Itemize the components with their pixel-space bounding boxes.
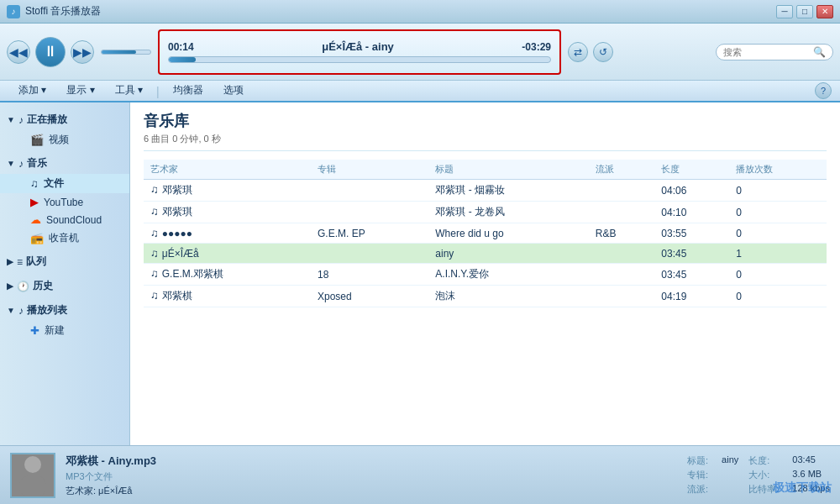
sidebar-label-radio: 收音机	[49, 231, 79, 245]
sidebar-header-music[interactable]: ▼ ♪ 音乐	[0, 153, 129, 174]
sidebar-item-youtube[interactable]: ▶ YouTube	[0, 193, 129, 211]
sidebar-item-files[interactable]: ♫ 文件	[0, 174, 129, 193]
length-value: 03:45	[792, 454, 830, 467]
close-button[interactable]: ✕	[816, 5, 833, 18]
sidebar-header-queue[interactable]: ▶ ≡ 队列	[0, 251, 129, 272]
cell-length: 04:10	[654, 202, 729, 223]
app-icon: ♪	[7, 5, 20, 18]
radio-icon: 📻	[30, 232, 44, 244]
sidebar-label-now-playing: 正在播放	[27, 113, 67, 127]
cell-title: Where did u go	[428, 223, 588, 244]
table-row[interactable]: ♫●●●●● G.E.M. EP Where did u go R&B 03:5…	[144, 223, 827, 244]
progress-bar[interactable]	[168, 56, 551, 63]
cell-artist: ♫μÉ×ÎÆå	[144, 244, 311, 264]
cell-plays: 0	[729, 202, 827, 223]
col-length[interactable]: 长度	[654, 160, 729, 180]
play-pause-button[interactable]: ⏸	[35, 37, 66, 67]
menu-options[interactable]: 选项	[213, 80, 254, 101]
player-controls: ◀◀ ⏸ ▶▶	[7, 37, 94, 67]
history-icon: 🕐	[17, 281, 29, 292]
sidebar-section-playlist: ▼ ♪ 播放列表 ✚ 新建	[0, 300, 129, 340]
status-filename: 邓紫棋 - Ainy.mp3	[66, 454, 677, 469]
cell-artist: ♫邓紫棋	[144, 286, 311, 307]
cell-length: 03:55	[654, 223, 729, 244]
col-title[interactable]: 标题	[428, 160, 588, 180]
files-icon: ♫	[30, 177, 39, 190]
minimize-button[interactable]: ─	[776, 5, 793, 18]
table-row[interactable]: ♫邓紫琪 邓紫琪 - 龙卷风 04:10 0	[144, 202, 827, 223]
menu-display[interactable]: 显示 ▾	[56, 80, 104, 101]
arrow-icon: ▼	[7, 115, 15, 124]
track-icon: ♫	[150, 183, 159, 196]
next-button[interactable]: ▶▶	[71, 40, 94, 64]
col-album[interactable]: 专辑	[311, 160, 428, 180]
track-icon: ♫	[150, 227, 159, 239]
length-label: 长度:	[748, 454, 779, 467]
repeat-button[interactable]: ↺	[593, 42, 613, 62]
cell-length: 03:45	[654, 244, 729, 264]
table-row[interactable]: ♫邓紫棋 Xposed 泡沫 04:19 0	[144, 286, 827, 307]
sidebar-section-queue: ▶ ≡ 队列	[0, 251, 129, 272]
cell-plays: 1	[729, 244, 827, 264]
status-bar: 邓紫棋 - Ainy.mp3 MP3个文件 艺术家: μÉ×ÎÆå 标题: ai…	[0, 445, 840, 504]
sidebar-item-soundcloud[interactable]: ☁ SoundCloud	[0, 211, 129, 228]
sidebar-label-history: 历史	[33, 279, 53, 293]
content-title: 音乐库	[144, 111, 827, 131]
music-table: 艺术家 专辑 标题 流派 长度 播放次数 ♫邓紫琪 邓紫琪 - 烟霧妆 04:0…	[144, 160, 827, 307]
help-button[interactable]: ?	[815, 82, 832, 99]
search-box[interactable]: 🔍	[716, 44, 833, 60]
menu-add[interactable]: 添加 ▾	[8, 80, 56, 101]
prev-button[interactable]: ◀◀	[7, 40, 30, 64]
title-label: 标题:	[687, 454, 708, 467]
sidebar: ▼ ♪ 正在播放 🎬 视频 ▼ ♪ 音乐 ♫ 文件 ▶ YouTube	[0, 102, 130, 445]
table-row[interactable]: ♫μÉ×ÎÆå ainy 03:45 1	[144, 244, 827, 264]
col-artist[interactable]: 艺术家	[144, 160, 311, 180]
svg-point-1	[19, 475, 46, 496]
sidebar-label-queue: 队列	[26, 255, 46, 269]
cell-genre	[589, 286, 655, 307]
volume-slider[interactable]	[101, 50, 151, 55]
shuffle-button[interactable]: ⇄	[568, 42, 588, 62]
sidebar-header-now-playing[interactable]: ▼ ♪ 正在播放	[0, 109, 129, 130]
sidebar-header-playlist[interactable]: ▼ ♪ 播放列表	[0, 300, 129, 321]
cell-length: 03:45	[654, 264, 729, 286]
content-subtitle: 6 曲目 0 分钟, 0 秒	[144, 133, 827, 151]
album-label: 专辑:	[687, 469, 708, 481]
table-header-row: 艺术家 专辑 标题 流派 长度 播放次数	[144, 160, 827, 180]
maximize-button[interactable]: □	[796, 5, 813, 18]
sidebar-item-video[interactable]: 🎬 视频	[0, 130, 129, 150]
time-remaining: -03:29	[522, 41, 551, 53]
sidebar-item-radio[interactable]: 📻 收音机	[0, 228, 129, 248]
search-input[interactable]	[723, 47, 813, 57]
cell-album	[311, 180, 428, 202]
table-row[interactable]: ♫G.E.M.邓紫棋 18 A.I.N.Y.爱你 03:45 0	[144, 264, 827, 286]
toolbar: ◀◀ ⏸ ▶▶ 00:14 μÉ×ÎÆå - ainy -03:29 ⇄ ↺ 🔍	[0, 24, 840, 81]
size-value: 3.6 MB	[792, 469, 830, 481]
music-icon: ♪	[18, 158, 24, 170]
video-icon: 🎬	[30, 134, 44, 146]
size-label: 大小:	[748, 469, 779, 481]
now-playing-icon: ♪	[18, 114, 24, 126]
arrow-icon-playlist: ▼	[7, 306, 15, 315]
col-plays[interactable]: 播放次数	[729, 160, 827, 180]
main-content: ▼ ♪ 正在播放 🎬 视频 ▼ ♪ 音乐 ♫ 文件 ▶ YouTube	[0, 102, 840, 445]
playlist-icon: ♪	[18, 305, 24, 317]
menu-equalizer[interactable]: 均衡器	[163, 80, 213, 101]
status-filetype: MP3个文件	[66, 470, 677, 483]
track-icon: ♫	[150, 267, 159, 280]
track-icon: ♫	[150, 205, 159, 218]
cell-length: 04:19	[654, 286, 729, 307]
table-row[interactable]: ♫邓紫琪 邓紫琪 - 烟霧妆 04:06 0	[144, 180, 827, 202]
cell-genre: R&B	[589, 223, 655, 244]
menu-tools[interactable]: 工具 ▾	[105, 80, 153, 101]
cell-genre	[589, 202, 655, 223]
sidebar-header-history[interactable]: ▶ 🕐 历史	[0, 276, 129, 297]
sidebar-item-new-playlist[interactable]: ✚ 新建	[0, 321, 129, 340]
col-genre[interactable]: 流派	[589, 160, 655, 180]
soundcloud-icon: ☁	[30, 213, 41, 226]
sidebar-label-soundcloud: SoundCloud	[46, 214, 102, 226]
content-area: 音乐库 6 曲目 0 分钟, 0 秒 艺术家 专辑 标题 流派 长度 播放次数 …	[130, 102, 840, 445]
track-icon: ♫	[150, 247, 159, 260]
menu-bar: 添加 ▾ 显示 ▾ 工具 ▾ | 均衡器 选项 ?	[0, 81, 840, 102]
app-title: Stoffi 音乐播放器	[25, 4, 776, 18]
